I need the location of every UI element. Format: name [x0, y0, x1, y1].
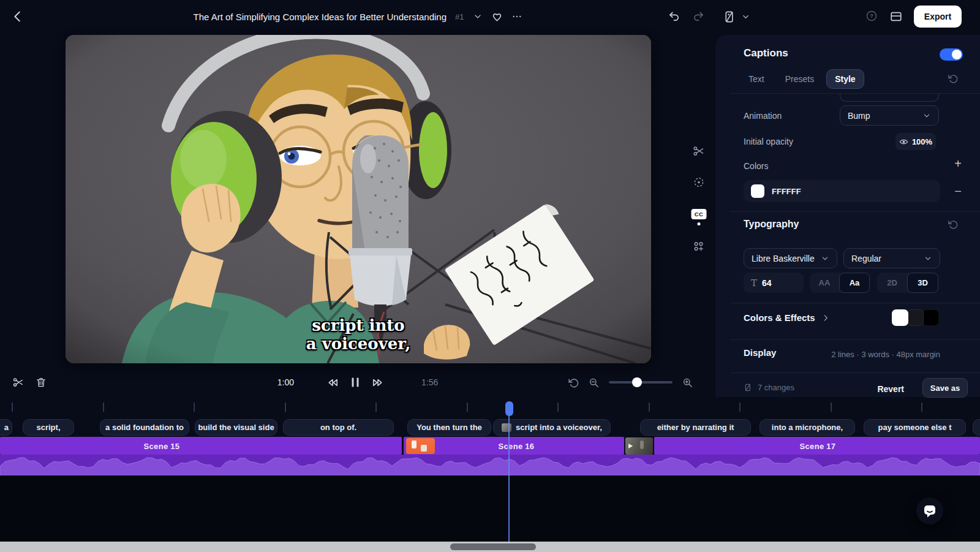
animation-label: Animation: [744, 111, 782, 121]
dimension-segmented-control: 2D 3D: [877, 273, 938, 293]
support-chat-button[interactable]: [916, 497, 943, 524]
video-preview[interactable]: script into a voiceover,: [66, 35, 651, 363]
layout-toggle-icon[interactable]: [889, 10, 903, 23]
undo-button[interactable]: [668, 10, 680, 23]
tab-presets[interactable]: Presets: [777, 69, 823, 89]
title-chevron-down-icon[interactable]: [473, 12, 483, 21]
captions-toggle[interactable]: [940, 48, 963, 61]
reset-zoom-icon[interactable]: [567, 377, 579, 388]
caption-chip[interactable]: on top of.: [283, 419, 394, 436]
caption-chip-label: build the visual side: [198, 423, 274, 432]
export-label: Export: [924, 12, 951, 21]
divider: [730, 339, 980, 340]
2d-option[interactable]: 2D: [877, 273, 907, 293]
caption-chip[interactable]: script into a voiceover,: [493, 419, 611, 436]
font-size-input[interactable]: T 64: [744, 273, 804, 293]
playhead-handle[interactable]: [505, 401, 513, 416]
captions-cc-button[interactable]: CC: [692, 209, 707, 219]
pause-icon[interactable]: [350, 377, 360, 388]
opacity-badge[interactable]: 100%: [895, 133, 936, 150]
font-family-dropdown[interactable]: Libre Baskerville: [744, 248, 837, 268]
project-title: The Art of Simplifying Complex Ideas for…: [193, 12, 447, 22]
style-reset-icon[interactable]: [947, 73, 958, 84]
mic-silhouette: [640, 440, 644, 449]
ruler-tick: [375, 403, 377, 412]
ruler-tick: [739, 403, 741, 412]
effect-swatch-2[interactable]: [907, 309, 924, 326]
caption-chip-label: on top of.: [320, 423, 356, 432]
chevron-right-icon: [821, 314, 830, 322]
add-color-button[interactable]: +: [952, 157, 964, 170]
caption-chip[interactable]: either by narrating it: [640, 419, 751, 436]
favorite-heart-icon[interactable]: [491, 11, 503, 23]
ruler-tick: [285, 403, 286, 412]
mixed-case-option[interactable]: Aa: [839, 273, 870, 293]
effect-swatch-1[interactable]: [892, 309, 908, 326]
caption-chip-label: You then turn the: [417, 423, 482, 432]
caption-chip[interactable]: pay someone else t: [864, 419, 966, 436]
caption-chip[interactable]: You then turn the: [407, 419, 491, 436]
caption-track: ascript,a solid foundation tobuild the v…: [0, 419, 980, 436]
font-size-value: 64: [762, 278, 772, 288]
horizontal-scrollbar[interactable]: [0, 542, 980, 552]
more-options-icon[interactable]: [511, 11, 522, 22]
brand-kit-chevron-icon[interactable]: [741, 12, 750, 21]
thumbnail-bar: [421, 445, 427, 452]
chat-bubble-icon: [922, 504, 937, 518]
fast-forward-icon[interactable]: [371, 376, 385, 390]
typography-reset-icon[interactable]: [947, 219, 958, 230]
timeline-ruler[interactable]: [0, 402, 980, 413]
elements-grid-icon[interactable]: [693, 240, 706, 253]
effect-swatch-3[interactable]: [922, 309, 939, 326]
zoom-in-icon[interactable]: [682, 377, 693, 388]
scene16-thumbnail[interactable]: [406, 438, 435, 454]
focus-tracking-icon[interactable]: [693, 176, 706, 189]
chevron-down-icon: [924, 254, 932, 263]
rewind-icon[interactable]: [326, 376, 340, 390]
font-weight-dropdown[interactable]: Regular: [843, 248, 940, 268]
caption-chip[interactable]: a: [0, 419, 12, 436]
color-row[interactable]: FFFFFF: [744, 180, 940, 202]
export-button[interactable]: Export: [914, 6, 962, 28]
scene-segment[interactable]: Scene 17: [654, 437, 980, 455]
scene-segment[interactable]: Scene 15: [0, 437, 402, 455]
caption-chip-label: pay someone else t: [878, 423, 952, 432]
cc-active-dot: [698, 222, 701, 225]
caption-overlay[interactable]: script into a voiceover,: [66, 316, 651, 354]
caption-chip[interactable]: build the visual side: [195, 419, 277, 436]
colors-effects-row[interactable]: Colors & Effects: [744, 312, 830, 323]
scene17-video-thumbnail[interactable]: [625, 437, 653, 455]
color-swatch[interactable]: [751, 184, 764, 198]
caption-chip-label: into a microphone,: [772, 423, 843, 432]
timeline-zoom-slider[interactable]: [609, 381, 673, 384]
tab-style[interactable]: Style: [826, 69, 864, 89]
divider: [730, 211, 980, 212]
colors-label: Colors: [744, 161, 768, 171]
caption-chip[interactable]: into a microphone,: [760, 419, 855, 436]
font-weight-value: Regular: [851, 254, 881, 263]
audio-waveform-track[interactable]: [0, 455, 980, 475]
cc-icon: CC: [692, 209, 707, 219]
scene-segment[interactable]: Scene 16: [404, 437, 624, 455]
caption-chip[interactable]: [973, 419, 980, 436]
caption-chip[interactable]: a solid foundation to: [100, 419, 189, 436]
uppercase-option[interactable]: AA: [810, 273, 839, 293]
divider: [730, 303, 980, 303]
caption-chip-label: either by narrating it: [657, 423, 734, 432]
caption-chip[interactable]: script,: [23, 419, 74, 436]
ruler-tick: [831, 403, 832, 412]
waveform-graphic: [0, 455, 980, 475]
caption-chip-label: script,: [36, 423, 60, 432]
brand-kit-icon[interactable]: [723, 10, 737, 24]
tab-text[interactable]: Text: [740, 69, 773, 89]
3d-option[interactable]: 3D: [907, 273, 938, 293]
scrollbar-thumb[interactable]: [450, 543, 536, 550]
animation-dropdown[interactable]: Bump: [840, 105, 939, 126]
remove-color-button[interactable]: −: [952, 185, 964, 197]
zoom-out-icon[interactable]: [588, 377, 600, 388]
help-icon[interactable]: ?: [865, 10, 878, 22]
redo-button[interactable]: [692, 10, 705, 23]
ruler-tick: [921, 403, 922, 412]
zoom-slider-knob[interactable]: [632, 377, 642, 387]
split-scissors-icon[interactable]: [693, 145, 706, 157]
